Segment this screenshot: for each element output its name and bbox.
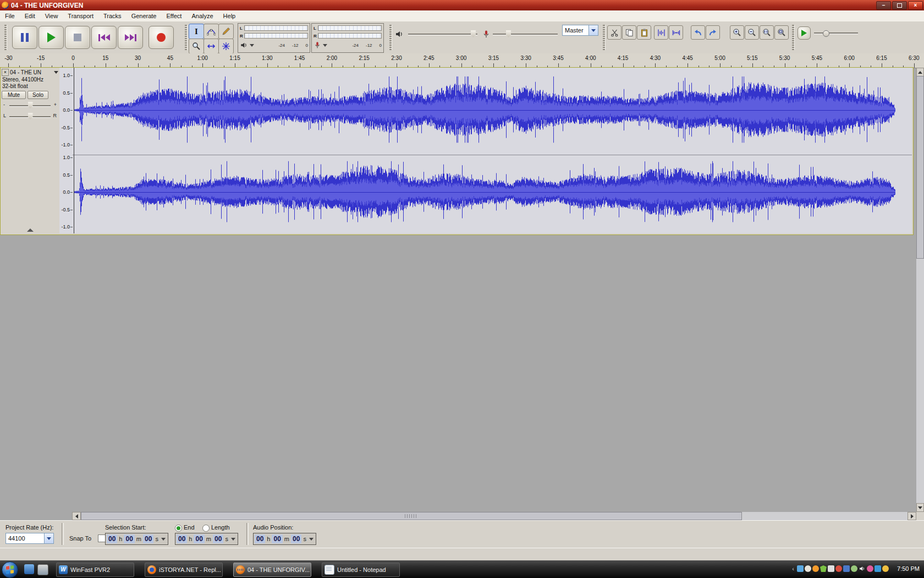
tray-icon-10[interactable] — [867, 565, 873, 572]
project-rate-select[interactable]: 44100 — [6, 533, 54, 544]
input-volume-thumb[interactable] — [506, 30, 511, 37]
selection-tool-button[interactable]: I — [189, 24, 204, 39]
horizontal-scrollbar[interactable] — [72, 512, 916, 520]
tray-icon-2[interactable] — [805, 565, 811, 572]
solo-button[interactable]: Solo — [28, 91, 48, 99]
tray-icon-3[interactable] — [812, 565, 819, 572]
end-radio[interactable] — [175, 525, 182, 532]
pause-button[interactable] — [12, 26, 37, 49]
close-button[interactable]: × — [908, 1, 923, 10]
input-source-select[interactable]: Master — [562, 25, 598, 36]
play-at-speed-button[interactable] — [798, 26, 811, 40]
taskbar-task-audacity[interactable]: 04 - THE UNFORGIV... — [233, 563, 311, 577]
fit-selection-button[interactable] — [760, 25, 774, 40]
timeline-ruler[interactable]: -30-1501530451:001:151:301:452:002:152:3… — [0, 53, 924, 68]
output-volume-slider[interactable] — [408, 34, 477, 35]
mixer-toolbar-grip[interactable] — [389, 25, 392, 50]
undo-button[interactable] — [691, 25, 705, 40]
tray-volume-icon[interactable] — [859, 565, 866, 572]
envelope-tool-button[interactable] — [204, 24, 219, 39]
record-button[interactable] — [148, 26, 174, 49]
time-digit[interactable]: 00 — [107, 535, 117, 543]
menu-edit[interactable]: Edit — [20, 11, 40, 21]
scroll-left-button[interactable] — [72, 512, 81, 520]
silence-selection-button[interactable] — [669, 25, 683, 40]
time-digit[interactable]: 00 — [291, 535, 301, 543]
waveform-canvas[interactable] — [73, 68, 912, 233]
selection-start-time[interactable]: 00h00m00s — [105, 533, 168, 545]
mute-button[interactable]: Mute — [2, 91, 26, 99]
menu-help[interactable]: Help — [218, 11, 241, 21]
tray-icon-12[interactable] — [882, 565, 889, 572]
time-digit[interactable]: 00 — [272, 535, 282, 543]
fit-project-button[interactable] — [774, 25, 789, 40]
menu-view[interactable]: View — [40, 11, 63, 21]
scroll-down-button[interactable] — [916, 503, 924, 512]
vertical-scrollbar[interactable] — [916, 68, 924, 512]
multi-tool-button[interactable] — [218, 39, 234, 54]
redo-button[interactable] — [706, 25, 720, 40]
time-digit[interactable]: 00 — [124, 535, 134, 543]
menu-effect[interactable]: Effect — [162, 11, 187, 21]
menu-tracks[interactable]: Tracks — [98, 11, 127, 21]
menu-transport[interactable]: Transport — [63, 11, 98, 21]
track-collapse-icon[interactable] — [27, 228, 34, 232]
trim-outside-selection-button[interactable] — [654, 25, 668, 40]
playback-meter[interactable]: L R -24-120 — [238, 23, 310, 53]
vertical-scroll-thumb[interactable] — [916, 76, 924, 259]
length-radio-label[interactable]: Length — [211, 524, 230, 531]
scroll-right-button[interactable] — [908, 512, 916, 520]
track-title[interactable]: 04 - THE UN — [10, 69, 53, 75]
zoom-in-button[interactable] — [730, 25, 744, 40]
tray-icon-4[interactable] — [820, 565, 827, 572]
edit-toolbar-grip[interactable] — [603, 25, 606, 50]
vertical-ruler[interactable]: 1.00.50.0-0.5-1.01.00.50.0-0.5-1.0 — [59, 68, 73, 233]
track-menu-chevron-icon[interactable] — [54, 71, 58, 74]
snap-to-checkbox[interactable] — [98, 535, 106, 542]
play-speed-thumb[interactable] — [823, 30, 829, 37]
length-radio[interactable] — [202, 525, 210, 532]
tray-chevron-icon[interactable]: ‹ — [792, 565, 794, 572]
combo-arrow-button[interactable] — [44, 533, 53, 543]
cut-button[interactable] — [607, 25, 622, 40]
menu-generate[interactable]: Generate — [127, 11, 162, 21]
tray-icon-8[interactable] — [851, 565, 857, 572]
track-close-button[interactable]: × — [2, 69, 9, 76]
selection-end-time[interactable]: 00h00m00s — [175, 533, 238, 545]
time-digit[interactable]: 00 — [143, 535, 153, 543]
tray-icon-11[interactable] — [875, 565, 881, 572]
menu-file[interactable]: File — [0, 11, 20, 21]
time-digit[interactable]: 00 — [177, 535, 187, 543]
gain-slider[interactable]: - + — [4, 101, 56, 110]
menu-analyze[interactable]: Analyze — [186, 11, 218, 21]
tray-icon-5[interactable] — [828, 565, 834, 572]
skip-to-start-button[interactable] — [91, 26, 117, 49]
show-desktop-icon[interactable] — [37, 564, 48, 575]
output-volume-thumb[interactable] — [471, 30, 476, 37]
taskbar-task-firefox[interactable]: iSTORYA.NET - Repl... — [145, 563, 223, 577]
zoom-tool-button[interactable] — [189, 39, 204, 54]
minimize-button[interactable]: – — [876, 1, 891, 10]
skip-to-end-button[interactable] — [118, 26, 143, 49]
audio-position-time[interactable]: 00h00m00s — [253, 533, 316, 545]
transcription-toolbar-grip[interactable] — [792, 25, 795, 50]
time-format-chevron-icon[interactable] — [231, 538, 235, 541]
timeshift-tool-button[interactable] — [204, 39, 219, 54]
paste-button[interactable] — [637, 25, 651, 40]
taskbar-task-notepad[interactable]: Untitled - Notepad — [322, 563, 400, 577]
play-speed-slider[interactable] — [814, 32, 858, 34]
draw-tool-button[interactable] — [218, 24, 234, 39]
time-digit[interactable]: 00 — [255, 535, 265, 543]
maximize-button[interactable] — [892, 1, 907, 10]
tray-icon-6[interactable] — [835, 565, 842, 572]
tray-icon-1[interactable] — [797, 565, 804, 572]
copy-button[interactable] — [622, 25, 636, 40]
tray-icon-7[interactable] — [843, 565, 850, 572]
gain-thumb[interactable] — [28, 102, 33, 108]
scroll-up-button[interactable] — [916, 68, 924, 77]
zoom-out-button[interactable] — [745, 25, 759, 40]
quick-launch-icon-1[interactable] — [24, 564, 34, 574]
taskbar-task-winfast[interactable]: WWinFast PVR2 — [56, 563, 134, 577]
time-format-chevron-icon[interactable] — [161, 538, 166, 541]
time-format-chevron-icon[interactable] — [309, 538, 314, 541]
